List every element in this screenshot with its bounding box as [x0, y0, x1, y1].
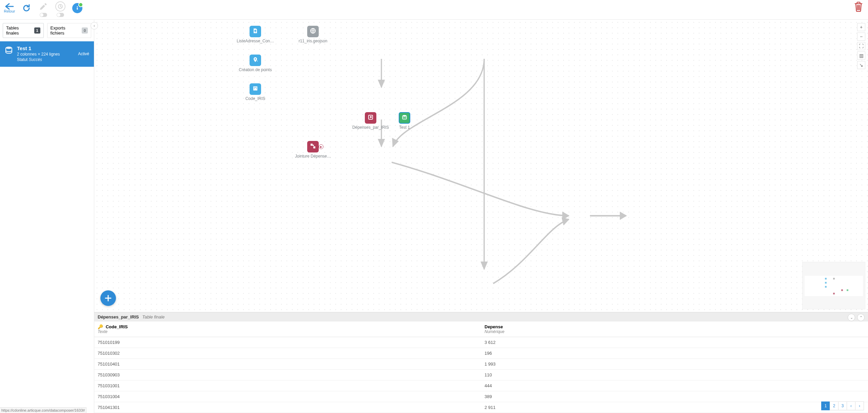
cell-code-iris: 751030903	[94, 370, 481, 380]
cell-depense: 389	[481, 391, 868, 402]
clock-button[interactable]	[54, 1, 67, 12]
tab-tables-finales-label: Tables finales	[6, 25, 32, 36]
node-test1-label: Test 1	[381, 125, 428, 130]
panel-collapse-down-button[interactable]: ⌄	[848, 314, 855, 321]
tab-exports-fichiers[interactable]: Exports fichiers 0	[47, 23, 91, 38]
zoom-in-button[interactable]: +	[857, 23, 865, 31]
page-2-button[interactable]: 2	[830, 401, 839, 410]
cell-code-iris: 751031004	[94, 391, 481, 402]
svg-point-15	[402, 115, 407, 117]
sidebar-collapse-button[interactable]: ‹	[91, 22, 98, 29]
svg-rect-10	[254, 88, 255, 89]
cell-depense: 3 612	[481, 337, 868, 348]
tab-tables-finales-count: 1	[34, 27, 40, 34]
pagination: 1 2 3 ‹ ›	[822, 401, 864, 410]
database-icon	[4, 45, 14, 55]
data-panel-header: Dépenses_par_IRIS Table finale ⌄ ⌃	[94, 312, 868, 322]
node-listeadresse[interactable]	[250, 26, 261, 37]
tab-exports-fichiers-count: 0	[82, 27, 88, 34]
node-jointure[interactable]: ▶	[307, 141, 319, 152]
database-icon	[401, 114, 408, 122]
info-icon	[72, 3, 82, 13]
svg-point-5	[255, 58, 256, 60]
table-row[interactable]: 7510101993 612	[94, 337, 868, 348]
page-1-button[interactable]: 1	[821, 401, 830, 410]
info-button[interactable]	[71, 1, 84, 15]
minimap[interactable]	[802, 262, 865, 309]
cell-code-iris: 751041301	[94, 402, 481, 413]
node-r11-iris[interactable]	[307, 26, 319, 37]
svg-point-3	[6, 47, 12, 49]
table-row[interactable]: 7510104011 993	[94, 359, 868, 370]
tab-tables-finales[interactable]: Tables finales 1	[3, 23, 44, 38]
col-depense-name: Depense	[485, 324, 503, 329]
node-r11-iris-label: r11_iris.geojson	[289, 39, 337, 43]
back-label: Retour	[4, 9, 15, 13]
table-row[interactable]: 751031001444	[94, 380, 868, 391]
col-code-iris-type: Texte	[98, 329, 478, 334]
node-jointure-label: Jointure Dépense…	[289, 154, 337, 159]
toolbar: Retour	[0, 0, 868, 20]
node-listeadresse-label: ListeAdresse_Con…	[232, 39, 279, 43]
add-node-button[interactable]	[100, 290, 116, 306]
cell-depense: 1 993	[481, 359, 868, 370]
page-3-button[interactable]: 3	[838, 401, 847, 410]
eyedropper-toggle[interactable]	[40, 13, 47, 17]
panel-subtitle: Table finale	[142, 314, 164, 319]
svg-rect-6	[253, 86, 257, 90]
sidebar-item-status: Statut Succès	[17, 57, 75, 62]
svg-rect-12	[311, 144, 313, 146]
clock-icon	[55, 1, 65, 12]
status-url: https://cdonline.articque.com/datacompos…	[0, 407, 86, 413]
play-icon[interactable]: ▶	[319, 144, 323, 149]
data-table: 🔑 Code_IRIS Texte Depense Numérique 7510…	[94, 322, 868, 413]
table-row[interactable]: 751031004389	[94, 391, 868, 402]
file-upload-icon	[252, 28, 258, 35]
export-icon	[368, 114, 374, 122]
sidebar: Tables finales 1 Exports fichiers 0 Test…	[0, 20, 94, 413]
key-icon: 🔑	[98, 324, 103, 329]
refresh-button[interactable]	[20, 1, 33, 15]
clock-toggle[interactable]	[57, 13, 64, 17]
fit-button[interactable]: ↘	[857, 61, 865, 69]
zoom-out-button[interactable]: −	[857, 33, 865, 41]
node-code-iris-label: Code_IRIS	[232, 96, 279, 101]
col-depense-type: Numérique	[485, 329, 865, 334]
cell-code-iris: 751010401	[94, 359, 481, 370]
trash-button[interactable]	[854, 1, 863, 14]
panel-title: Dépenses_par_IRIS	[98, 314, 139, 319]
globe-icon	[310, 28, 316, 35]
page-prev-button[interactable]: ‹	[847, 401, 855, 410]
cell-code-iris: 751031001	[94, 380, 481, 391]
fullscreen-button[interactable]: ⛶	[857, 42, 865, 50]
node-depenses[interactable]	[365, 112, 376, 124]
building-icon	[252, 85, 258, 93]
cell-depense: 110	[481, 370, 868, 380]
node-code-iris[interactable]	[250, 83, 261, 95]
svg-rect-2	[77, 8, 78, 10]
cell-depense: 196	[481, 348, 868, 359]
cell-depense: 2 911	[481, 402, 868, 413]
page-next-button[interactable]: ›	[855, 401, 864, 410]
map-pin-plus-icon	[252, 57, 258, 64]
node-test1[interactable]	[399, 112, 410, 124]
cell-depense: 444	[481, 380, 868, 391]
table-row[interactable]: 7510413012 911	[94, 402, 868, 413]
eyedropper-button[interactable]	[37, 1, 50, 12]
svg-rect-7	[254, 87, 255, 88]
merge-icon	[310, 143, 316, 150]
workflow-canvas[interactable]: ListeAdresse_Con… r11_iris.geojson	[94, 20, 868, 312]
sidebar-item-test1[interactable]: Test 1 2 colonnes × 224 lignes Statut Su…	[0, 41, 94, 67]
svg-rect-8	[255, 87, 256, 88]
table-row[interactable]: 751010302196	[94, 348, 868, 359]
table-row[interactable]: 751030903110	[94, 370, 868, 380]
minimap-viewport	[805, 276, 863, 296]
data-panel: Dépenses_par_IRIS Table finale ⌄ ⌃ 🔑 Cod…	[94, 312, 868, 413]
sidebar-item-title: Test 1	[17, 45, 75, 51]
svg-rect-9	[256, 87, 257, 88]
back-button[interactable]: Retour	[3, 1, 16, 15]
cell-code-iris: 751010199	[94, 337, 481, 348]
minimap-toggle-button[interactable]: ▥	[857, 51, 865, 60]
node-creation-points[interactable]	[250, 55, 261, 66]
panel-expand-up-button[interactable]: ⌃	[857, 314, 865, 321]
